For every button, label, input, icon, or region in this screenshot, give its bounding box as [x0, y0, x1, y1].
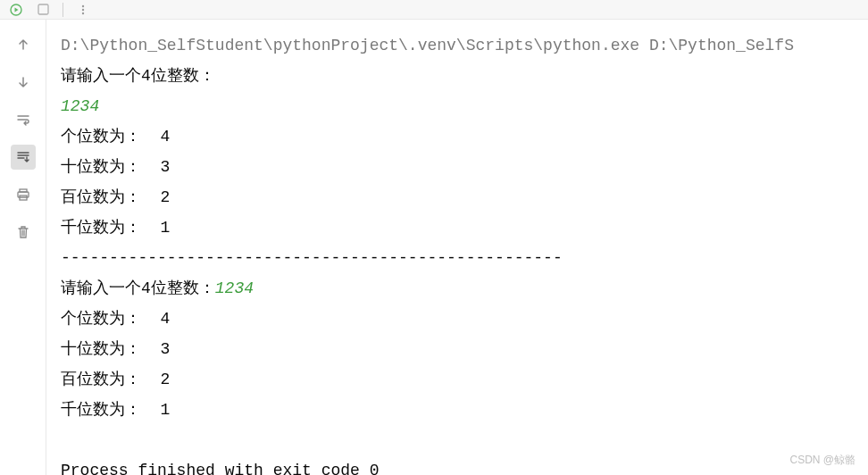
- toolbar-divider: [63, 3, 63, 17]
- svg-point-2: [82, 4, 84, 6]
- scroll-to-end-icon[interactable]: [11, 145, 36, 170]
- ones-row: 个位数为： 4: [61, 128, 170, 146]
- trash-icon[interactable]: [11, 220, 36, 245]
- tens-row-2: 十位数为： 3: [61, 340, 170, 358]
- exit-message: Process finished with exit code 0: [61, 462, 379, 475]
- command-line: D:\Python_SelfStudent\pythonProject\.ven…: [61, 37, 794, 54]
- svg-point-3: [82, 8, 84, 10]
- main-area: D:\Python_SelfStudent\pythonProject\.ven…: [0, 20, 868, 475]
- separator-line: ----------------------------------------…: [61, 249, 563, 267]
- watermark: CSDN @鲸骼: [789, 453, 855, 468]
- run-icon[interactable]: [9, 3, 23, 17]
- user-input-2: 1234: [215, 279, 254, 297]
- user-input-1: 1234: [61, 97, 99, 115]
- prompt-text: 请输入一个4位整数：: [61, 67, 215, 85]
- toolbar: [0, 0, 868, 20]
- soft-wrap-icon[interactable]: [11, 107, 36, 132]
- down-arrow-icon[interactable]: [11, 70, 36, 95]
- console-output[interactable]: D:\Python_SelfStudent\pythonProject\.ven…: [46, 20, 868, 475]
- more-icon[interactable]: [76, 3, 90, 17]
- stop-icon[interactable]: [36, 3, 50, 17]
- svg-rect-1: [38, 4, 48, 14]
- hundreds-row-2: 百位数为： 2: [61, 371, 170, 388]
- up-arrow-icon[interactable]: [11, 32, 36, 57]
- hundreds-row: 百位数为： 2: [61, 188, 170, 206]
- tens-row: 十位数为： 3: [61, 158, 170, 176]
- ones-row-2: 个位数为： 4: [61, 310, 170, 328]
- thousands-row: 千位数为： 1: [61, 219, 170, 237]
- print-icon[interactable]: [11, 182, 36, 207]
- svg-point-4: [82, 12, 84, 13]
- prompt-2-row: 请输入一个4位整数：1234: [61, 279, 254, 297]
- console-sidebar: [0, 20, 46, 475]
- thousands-row-2: 千位数为： 1: [61, 401, 170, 419]
